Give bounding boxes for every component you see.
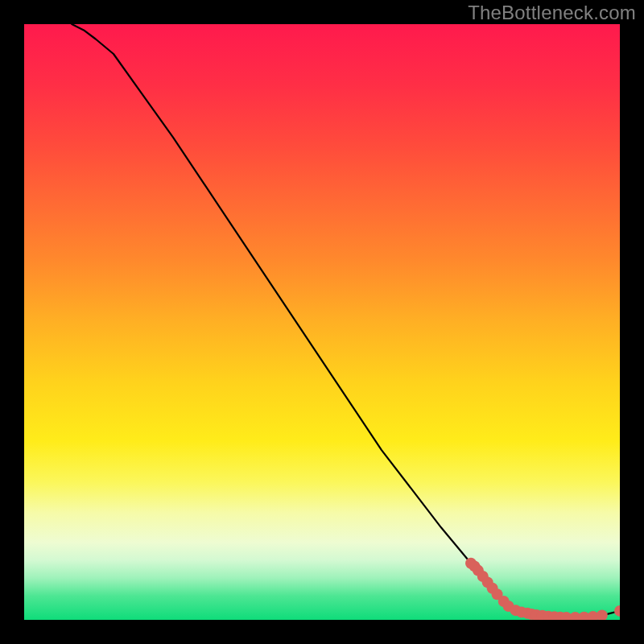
watermark-text: TheBottleneck.com [468,2,636,24]
gradient-background [24,24,620,620]
chart-frame: TheBottleneck.com [0,0,644,644]
bottleneck-chart [24,24,620,620]
